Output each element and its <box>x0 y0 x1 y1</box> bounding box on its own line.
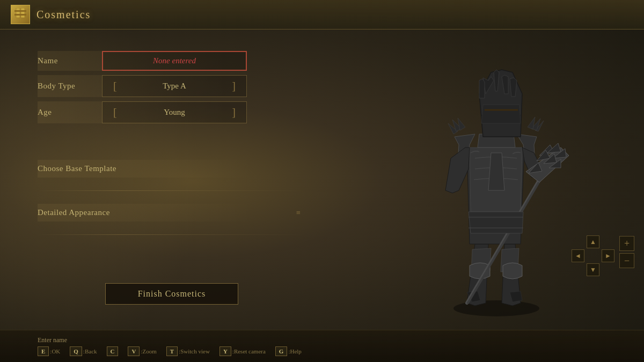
desc-ok: :OK <box>50 348 60 354</box>
cosmetics-icon <box>11 5 30 24</box>
body-type-row: Body Type [ Type A ] <box>38 75 306 97</box>
keybind-zoom: V :Zoom <box>128 346 156 356</box>
detailed-appearance-label: Detailed Appearance <box>38 208 110 217</box>
age-label: Age <box>38 102 102 122</box>
body-type-label: Body Type <box>38 76 102 96</box>
form-section: Name None entered Body Type [ Type A ] A… <box>38 51 306 128</box>
age-row: Age [ Young ] <box>38 101 306 123</box>
bottom-bar: Enter name E :OK Q :Back C V :Zoom T :Sw… <box>0 330 644 362</box>
keybind-reset-camera: Y :Reset camera <box>219 346 266 356</box>
name-label: Name <box>38 51 102 71</box>
desc-help: :Help <box>288 348 301 354</box>
key-t: T <box>166 346 178 356</box>
separator-2 <box>38 234 306 235</box>
key-e: E <box>38 346 49 356</box>
right-panel: ▲ ◄ ► ▼ + − <box>343 29 644 330</box>
desc-back: :Back <box>83 348 97 354</box>
base-template-row[interactable]: Choose Base Template <box>38 160 306 178</box>
desc-switch-view: :Switch view <box>179 348 210 354</box>
camera-down-button[interactable]: ▼ <box>587 263 599 276</box>
zoom-out-button[interactable]: − <box>619 253 634 268</box>
keybind-help: G :Help <box>275 346 302 356</box>
body-type-value: Type A <box>119 82 230 91</box>
hint-text: Enter name <box>38 336 606 344</box>
bracket-left-1: [ <box>111 80 119 92</box>
detailed-appearance-row[interactable]: Detailed Appearance ≡ <box>38 204 306 221</box>
key-y: Y <box>219 346 231 356</box>
base-template-label: Choose Base Template <box>38 164 116 173</box>
list-icon: ≡ <box>296 209 306 217</box>
keybind-switch-view: T :Switch view <box>166 346 210 356</box>
keybind-back: Q :Back <box>70 346 97 356</box>
name-value: None entered <box>153 56 196 65</box>
body-type-selector[interactable]: [ Type A ] <box>102 75 247 97</box>
key-g: G <box>275 346 288 356</box>
svg-rect-1 <box>21 8 25 18</box>
svg-rect-3 <box>14 14 26 16</box>
camera-controls: ▲ ◄ ► ▼ <box>572 235 614 276</box>
separator-1 <box>38 190 306 191</box>
name-input[interactable]: None entered <box>102 51 247 71</box>
key-q: Q <box>70 346 82 356</box>
bracket-left-2: [ <box>111 106 119 119</box>
svg-rect-0 <box>16 8 20 18</box>
age-selector[interactable]: [ Young ] <box>102 101 247 123</box>
bracket-right-2: ] <box>230 106 238 119</box>
camera-right-button[interactable]: ► <box>602 249 614 262</box>
left-panel: Name None entered Body Type [ Type A ] A… <box>0 29 343 330</box>
desc-zoom: :Zoom <box>141 348 156 354</box>
knight-svg <box>421 40 572 319</box>
key-c: C <box>107 346 119 356</box>
keybind-ok: E :OK <box>38 346 60 356</box>
zoom-controls: + − <box>619 236 634 268</box>
svg-rect-2 <box>14 10 26 12</box>
main-content: Name None entered Body Type [ Type A ] A… <box>0 29 644 330</box>
zoom-in-button[interactable]: + <box>619 236 634 251</box>
desc-reset-camera: :Reset camera <box>232 348 266 354</box>
keybinds: E :OK Q :Back C V :Zoom T :Switch view Y… <box>38 346 606 356</box>
page-title: Cosmetics <box>36 9 91 21</box>
character-display <box>402 40 590 319</box>
camera-up-button[interactable]: ▲ <box>587 235 599 248</box>
header: Cosmetics <box>0 0 644 29</box>
key-v: V <box>128 346 140 356</box>
age-value: Young <box>119 108 230 117</box>
options-section: Choose Base Template Detailed Appearance… <box>38 160 306 240</box>
keybind-c: C <box>107 346 119 356</box>
finish-section: Finish Cosmetics <box>38 283 306 305</box>
bracket-right-1: ] <box>230 80 238 92</box>
name-row: Name None entered <box>38 51 306 71</box>
camera-left-button[interactable]: ◄ <box>572 249 584 262</box>
finish-cosmetics-button[interactable]: Finish Cosmetics <box>105 283 239 305</box>
